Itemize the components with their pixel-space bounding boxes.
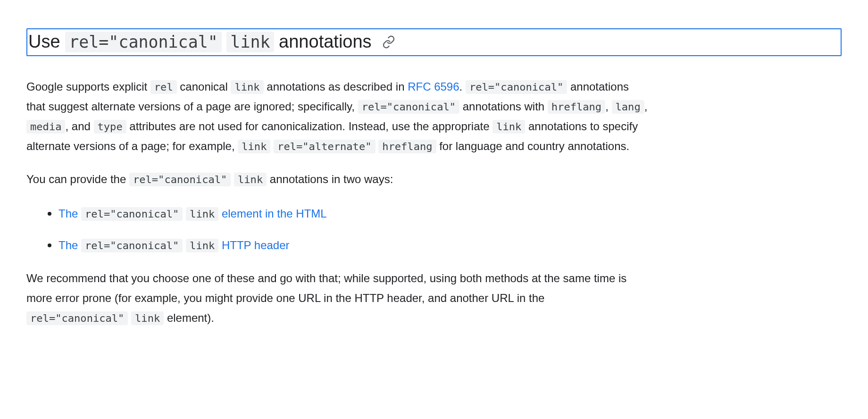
link-icon[interactable] bbox=[382, 35, 395, 49]
list-item: The rel="canonical" link element in the … bbox=[58, 202, 681, 224]
p1-code-relcanon-2: rel="canonical" bbox=[358, 100, 459, 114]
li2-code-link: link bbox=[186, 239, 218, 252]
li2-pre: The bbox=[58, 239, 81, 251]
heading-code-link: link bbox=[226, 32, 274, 52]
p1-text-6: annotations with bbox=[459, 100, 548, 113]
p3-text-1: We recommend that you choose one of thes… bbox=[26, 272, 626, 304]
p1-text-2: canonical bbox=[177, 80, 231, 93]
p3-code-link: link bbox=[131, 311, 164, 325]
heading-text-1: Use bbox=[28, 32, 65, 51]
li1-code-relcanon: rel="canonical" bbox=[81, 207, 183, 221]
p1-code-media: media bbox=[26, 120, 65, 134]
html-element-link[interactable]: The rel="canonical" link element in the … bbox=[58, 207, 327, 220]
p1-text-12: for language and country annotations. bbox=[436, 140, 630, 152]
section-heading[interactable]: Use rel="canonical" link annotations bbox=[26, 28, 842, 56]
p1-code-rel: rel bbox=[150, 80, 177, 94]
p2-code-link: link bbox=[234, 173, 267, 186]
p1-code-link-3: link bbox=[238, 140, 270, 153]
heading-text-2: annotations bbox=[274, 32, 372, 51]
document-page: Use rel="canonical" link annotations Goo… bbox=[0, 0, 868, 419]
p3-code-relcanon: rel="canonical" bbox=[26, 311, 128, 325]
p2-space-1 bbox=[231, 173, 234, 185]
p1-text-1: Google supports explicit bbox=[26, 80, 150, 93]
p1-text-9: , and bbox=[65, 120, 93, 133]
p1-text-3: annotations as described in bbox=[264, 80, 408, 93]
li1-post: element in the HTML bbox=[218, 207, 326, 220]
list-item: The rel="canonical" link HTTP header bbox=[58, 234, 681, 255]
p1-code-link-2: link bbox=[492, 120, 525, 134]
http-header-link[interactable]: The rel="canonical" link HTTP header bbox=[58, 239, 290, 251]
paragraph-2: You can provide the rel="canonical" link… bbox=[26, 169, 649, 189]
p1-text-8: , bbox=[644, 100, 648, 113]
p1-text-4: . bbox=[459, 80, 466, 93]
li2-post: HTTP header bbox=[218, 239, 289, 251]
heading-code-rel-canonical: rel="canonical" bbox=[65, 32, 222, 52]
paragraph-1: Google supports explicit rel canonical l… bbox=[26, 77, 649, 156]
paragraph-3: We recommend that you choose one of thes… bbox=[26, 268, 649, 328]
heading-space-1 bbox=[222, 32, 227, 51]
p3-text-2: element). bbox=[164, 311, 214, 324]
p2-code-relcanon: rel="canonical" bbox=[129, 173, 231, 186]
p1-code-relalt: rel="alternate" bbox=[274, 140, 375, 153]
p1-code-hreflang-link: hreflang bbox=[378, 140, 436, 153]
hreflang-link[interactable]: hreflang bbox=[378, 140, 436, 152]
p1-code-link: link bbox=[231, 80, 263, 94]
li1-code-link: link bbox=[186, 207, 218, 221]
p1-code-hreflang: hreflang bbox=[548, 100, 605, 114]
p2-text-1: You can provide the bbox=[26, 173, 129, 185]
methods-list: The rel="canonical" link element in the … bbox=[26, 202, 681, 255]
p1-text-7: , bbox=[605, 100, 611, 113]
rfc-6596-link[interactable]: RFC 6596 bbox=[408, 80, 459, 93]
p1-code-relcanon-1: rel="canonical" bbox=[466, 80, 567, 94]
p1-code-lang: lang bbox=[612, 100, 644, 114]
p1-code-type: type bbox=[94, 120, 126, 134]
li1-pre: The bbox=[58, 207, 81, 220]
p1-text-10: attributes are not used for canonicaliza… bbox=[126, 120, 492, 133]
p2-text-2: annotations in two ways: bbox=[267, 173, 393, 185]
li2-code-relcanon: rel="canonical" bbox=[81, 239, 183, 252]
